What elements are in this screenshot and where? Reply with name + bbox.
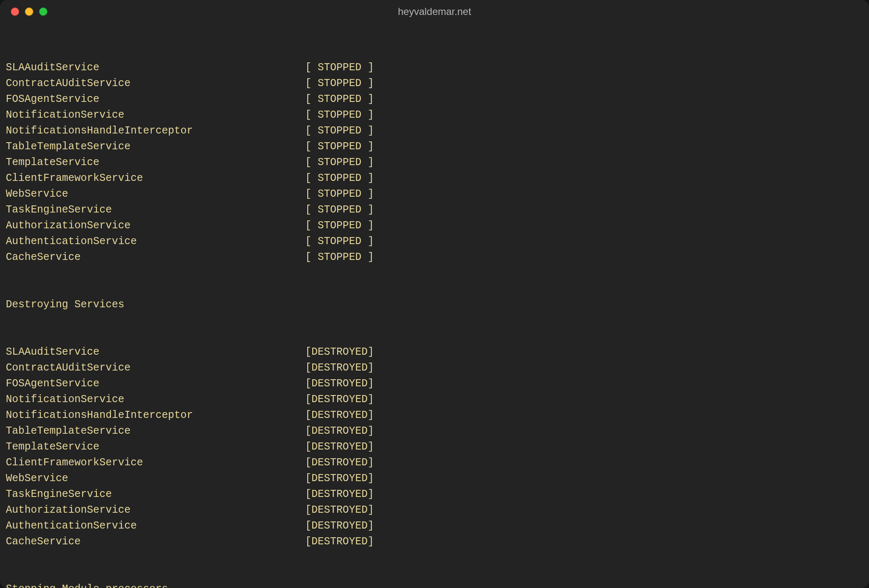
terminal-output[interactable]: SLAAuditService [ STOPPED ]ContractAUdit… (0, 23, 869, 588)
traffic-lights (11, 7, 47, 16)
zoom-icon[interactable] (39, 7, 47, 16)
service-name: TaskEngineService (6, 487, 305, 502)
service-name: SLAAuditService (6, 60, 305, 76)
close-icon[interactable] (11, 7, 19, 16)
service-name: SLAAuditService (6, 344, 305, 360)
service-name: CacheService (6, 534, 305, 550)
status-badge: [DESTROYED] (305, 439, 374, 455)
terminal-window: heyvaldemar.net SLAAuditService [ STOPPE… (0, 0, 869, 588)
status-badge: [DESTROYED] (305, 471, 374, 487)
service-name: NotificationsHandleInterceptor (6, 123, 305, 139)
status-badge: [DESTROYED] (305, 376, 374, 392)
status-badge: [DESTROYED] (305, 423, 374, 439)
section-header: Stopping Module processors (6, 581, 168, 588)
status-badge: [DESTROYED] (305, 455, 374, 471)
status-badge: [DESTROYED] (305, 344, 374, 360)
service-name: AuthenticationService (6, 234, 305, 250)
service-name: CacheService (6, 250, 305, 265)
service-name: FOSAgentService (6, 376, 305, 392)
status-badge: [ STOPPED ] (305, 139, 374, 155)
service-name: ClientFrameworkService (6, 170, 305, 186)
window-title: heyvaldemar.net (0, 6, 869, 17)
service-name: ContractAUditService (6, 360, 305, 376)
status-badge: [ STOPPED ] (305, 250, 374, 265)
service-name: AuthorizationService (6, 502, 305, 518)
status-badge: [DESTROYED] (305, 360, 374, 376)
service-name: TemplateService (6, 155, 305, 170)
service-name: AuthenticationService (6, 518, 305, 534)
status-badge: [ STOPPED ] (305, 155, 374, 170)
status-badge: [ STOPPED ] (305, 60, 374, 76)
status-badge: [DESTROYED] (305, 518, 374, 534)
service-name: TaskEngineService (6, 202, 305, 218)
service-name: WebService (6, 471, 305, 487)
service-name: ClientFrameworkService (6, 455, 305, 471)
service-name: FOSAgentService (6, 91, 305, 107)
status-badge: [DESTROYED] (305, 487, 374, 502)
service-name: WebService (6, 186, 305, 202)
title-bar: heyvaldemar.net (0, 0, 869, 23)
status-badge: [DESTROYED] (305, 408, 374, 423)
service-name: AuthorizationService (6, 218, 305, 234)
status-badge: [ STOPPED ] (305, 76, 374, 91)
status-badge: [DESTROYED] (305, 502, 374, 518)
status-badge: [ STOPPED ] (305, 107, 374, 123)
service-name: TemplateService (6, 439, 305, 455)
service-name: TableTemplateService (6, 423, 305, 439)
service-name: NotificationsHandleInterceptor (6, 408, 305, 423)
service-name: ContractAUditService (6, 76, 305, 91)
status-badge: [ STOPPED ] (305, 186, 374, 202)
section-header: Destroying Services (6, 297, 305, 313)
service-name: NotificationService (6, 392, 305, 408)
service-name: TableTemplateService (6, 139, 305, 155)
status-badge: [ STOPPED ] (305, 170, 374, 186)
status-badge: [DESTROYED] (305, 534, 374, 550)
status-badge: [DESTROYED] (305, 392, 374, 408)
status-badge: [ STOPPED ] (305, 234, 374, 250)
status-badge: [ STOPPED ] (305, 123, 374, 139)
status-badge: [ STOPPED ] (305, 218, 374, 234)
status-badge: [ STOPPED ] (305, 202, 374, 218)
service-name: NotificationService (6, 107, 305, 123)
status-badge: [ STOPPED ] (305, 91, 374, 107)
minimize-icon[interactable] (25, 7, 33, 16)
